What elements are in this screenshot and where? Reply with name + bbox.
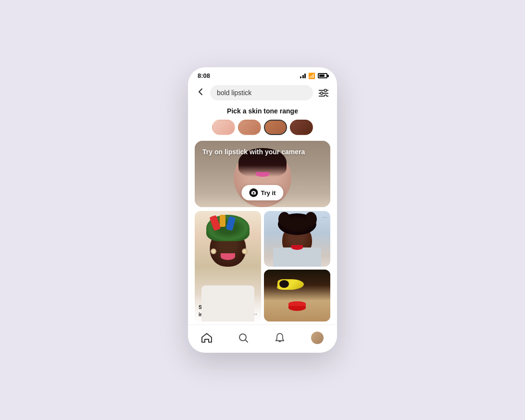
svg-line-10 [246, 340, 248, 343]
status-bar: 8:08 📶 [188, 67, 337, 82]
nav-search[interactable] [232, 331, 255, 345]
status-icons: 📶 [300, 73, 327, 79]
try-it-button[interactable]: Try it [241, 185, 283, 200]
pin-card-3[interactable] [264, 270, 330, 321]
svg-point-5 [325, 95, 327, 97]
pin-2-dots[interactable]: ··· [323, 214, 327, 221]
skin-tone-medium-light[interactable] [238, 120, 261, 135]
skin-tone-light[interactable] [212, 120, 235, 135]
try-it-label: Try it [261, 189, 275, 197]
back-button[interactable] [195, 88, 206, 98]
time-display: 8:08 [198, 72, 210, 79]
svg-point-7 [253, 192, 255, 194]
search-bar-row [188, 82, 337, 105]
skin-tone-deep[interactable] [290, 120, 313, 135]
nav-notifications[interactable] [268, 331, 291, 345]
phone-frame: 8:08 📶 [188, 67, 337, 353]
pin-card-1[interactable]: Sheer lipstick look inspiration ··· [195, 211, 261, 321]
svg-rect-8 [252, 191, 254, 192]
skin-tone-section: Pick a skin tone range [188, 105, 337, 141]
try-on-text: Try on lipstick with your camera [202, 148, 305, 156]
signal-icon [300, 73, 306, 78]
pins-grid: Sheer lipstick look inspiration ··· ··· [188, 211, 337, 321]
svg-point-1 [325, 89, 327, 92]
skin-tone-swatches [195, 120, 330, 135]
camera-icon [249, 188, 258, 197]
skin-tone-title: Pick a skin tone range [195, 107, 330, 115]
battery-icon [318, 73, 327, 78]
svg-point-3 [321, 92, 323, 95]
wifi-icon: 📶 [308, 73, 315, 79]
pin-card-2[interactable]: ··· [264, 211, 330, 267]
profile-avatar [311, 332, 324, 344]
bottom-nav [188, 324, 337, 353]
skin-tone-medium[interactable] [264, 120, 287, 135]
try-on-card[interactable]: Try on lipstick with your camera Try it [195, 141, 330, 207]
search-input[interactable] [210, 85, 313, 100]
filter-button[interactable] [317, 86, 330, 99]
nav-home[interactable] [195, 331, 219, 345]
nav-profile[interactable] [304, 330, 330, 346]
